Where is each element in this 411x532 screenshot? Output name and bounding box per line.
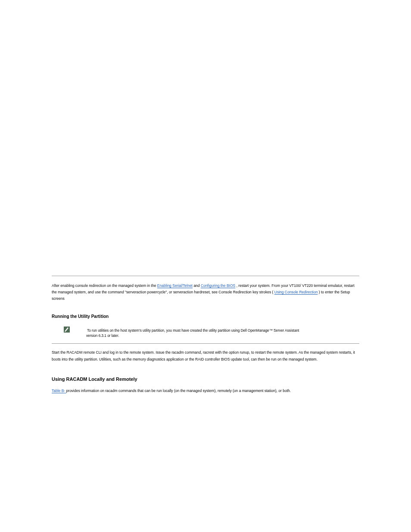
heading-using-racadm: Using RACADM Locally and Remotely	[52, 376, 359, 382]
text-segment: provides information on racadm commands …	[66, 389, 291, 393]
link-using-console-redirection[interactable]: Using Console Redirection	[274, 290, 318, 294]
text-segment: and	[193, 283, 201, 288]
paragraph-console-redirection: After enabling console redirection on th…	[52, 283, 359, 302]
note-block: To run utilities on the host system's ut…	[52, 328, 359, 343]
paragraph-racadm-remote: Start the RACADM remote CLI and log in t…	[52, 349, 359, 363]
paragraph-table-b: Table B- provides information on racadm …	[52, 389, 359, 393]
page: After enabling console redirection on th…	[0, 0, 411, 532]
link-table-b[interactable]: Table B-	[52, 389, 66, 393]
link-reg-dash: -	[64, 389, 65, 393]
link-enabling-serial-telnet[interactable]: Enabling Serial/Telnet	[157, 283, 193, 288]
note-line-1: To run utilities on the host system's ut…	[86, 329, 299, 333]
heading-running-utility-partition: Running the Utility Partition	[52, 314, 359, 319]
note-text: To run utilities on the host system's ut…	[86, 328, 359, 339]
link-configuring-bios[interactable]: Configuring the BIOS	[201, 283, 235, 288]
note-icon	[64, 327, 70, 333]
link-text: Table B	[52, 389, 64, 393]
content-block: After enabling console redirection on th…	[52, 276, 359, 393]
note-line-2: version 6.3.1 or later.	[86, 334, 119, 338]
text-segment: After enabling console redirection on th…	[52, 283, 157, 288]
rule-after-note	[52, 343, 359, 344]
rule-top	[52, 276, 359, 277]
